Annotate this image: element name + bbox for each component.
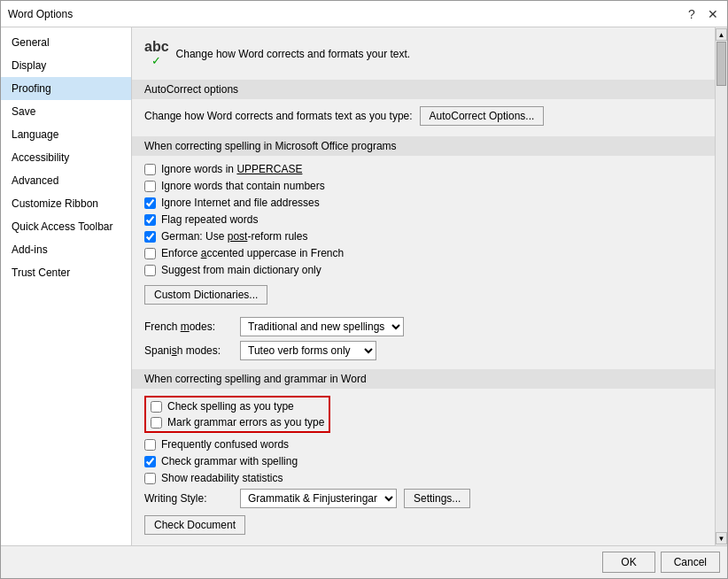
frequently-confused-label: Frequently confused words bbox=[161, 438, 289, 451]
autocorrect-label: Change how Word corrects and formats tex… bbox=[144, 110, 413, 122]
grammar-section: When correcting spelling and grammar in … bbox=[144, 369, 701, 535]
suggest-main-label: Suggest from main dictionary only bbox=[161, 264, 321, 276]
mark-grammar-label: Mark grammar errors as you type bbox=[167, 416, 324, 428]
spelling-section: When correcting spelling in Microsoft Of… bbox=[144, 136, 701, 360]
checkbox-german-post: German: Use post-reform rules bbox=[144, 230, 701, 243]
check-document-button[interactable]: Check Document bbox=[144, 515, 245, 535]
ignore-numbers-label: Ignore words that contain numbers bbox=[161, 180, 325, 192]
check-grammar-checkbox[interactable] bbox=[144, 456, 156, 467]
checkbox-check-spelling: Check spelling as you type bbox=[151, 400, 324, 413]
checkbox-flag-repeated: Flag repeated words bbox=[144, 213, 701, 226]
title-bar: Word Options ? ✕ bbox=[1, 1, 727, 27]
custom-dictionaries-button[interactable]: Custom Dictionaries... bbox=[144, 285, 267, 305]
settings-button[interactable]: Settings... bbox=[404, 489, 470, 508]
main-content: abc ✓ Change how Word corrects and forma… bbox=[132, 27, 715, 545]
checkbox-ignore-internet: Ignore Internet and file addresses bbox=[144, 197, 701, 209]
spelling-grammar-highlight-box: Check spelling as you type Mark grammar … bbox=[144, 396, 330, 433]
sidebar-item-save[interactable]: Save bbox=[1, 100, 131, 123]
proofing-icon: abc ✓ bbox=[144, 40, 169, 67]
mark-grammar-checkbox[interactable] bbox=[151, 417, 162, 428]
writing-style-label: Writing Style: bbox=[144, 492, 233, 505]
sidebar-item-add-ins[interactable]: Add-ins bbox=[1, 238, 131, 261]
show-readability-checkbox[interactable] bbox=[144, 473, 156, 484]
autocorrect-row: Change how Word corrects and formats tex… bbox=[144, 106, 701, 126]
checkbox-suggest-main: Suggest from main dictionary only bbox=[144, 264, 701, 276]
title-bar-controls: ? ✕ bbox=[685, 7, 720, 21]
footer: OK Cancel bbox=[1, 545, 727, 578]
abc-text: abc bbox=[144, 40, 169, 54]
frequently-confused-checkbox[interactable] bbox=[144, 439, 156, 451]
spanish-modes-select[interactable]: Tuteo verb forms only Voseo verb forms o… bbox=[240, 341, 376, 360]
window-title: Word Options bbox=[8, 8, 73, 20]
sidebar-item-language[interactable]: Language bbox=[1, 123, 131, 146]
scrollbar-track bbox=[716, 41, 727, 532]
checkbox-mark-grammar: Mark grammar errors as you type bbox=[151, 416, 324, 428]
checkbox-enforce-accented: Enforce accented uppercase in French bbox=[144, 247, 701, 259]
ignore-numbers-checkbox[interactable] bbox=[144, 181, 156, 192]
spanish-modes-row: Spanish modes: Tuteo verb forms only Vos… bbox=[144, 341, 701, 360]
header-description: Change how Word corrects and formats you… bbox=[176, 48, 411, 60]
sidebar-item-general[interactable]: General bbox=[1, 31, 131, 54]
checkbox-ignore-numbers: Ignore words that contain numbers bbox=[144, 180, 701, 192]
enforce-accented-checkbox[interactable] bbox=[144, 248, 156, 259]
suggest-main-checkbox[interactable] bbox=[144, 265, 156, 276]
header-row: abc ✓ Change how Word corrects and forma… bbox=[144, 40, 701, 67]
spanish-modes-label: Spanish modes: bbox=[144, 344, 233, 357]
french-modes-row: French modes: Traditional and new spelli… bbox=[144, 317, 701, 336]
close-button[interactable]: ✕ bbox=[706, 7, 720, 21]
word-options-dialog: Word Options ? ✕ General Display Proofin… bbox=[0, 0, 728, 579]
sidebar-item-quick-access-toolbar[interactable]: Quick Access Toolbar bbox=[1, 215, 131, 238]
check-document-row: Check Document bbox=[144, 515, 701, 535]
content-area: General Display Proofing Save Language A… bbox=[1, 27, 727, 545]
checkbox-show-readability: Show readability statistics bbox=[144, 472, 701, 484]
scrollbar-thumb[interactable] bbox=[716, 42, 726, 86]
scrollbar: ▲ ▼ bbox=[715, 27, 727, 545]
ignore-uppercase-checkbox[interactable] bbox=[144, 164, 156, 175]
writing-style-select[interactable]: Grammatik & Finjusteringar bbox=[240, 489, 397, 508]
enforce-accented-label: Enforce accented uppercase in French bbox=[161, 247, 344, 259]
ignore-internet-checkbox[interactable] bbox=[144, 197, 156, 209]
scrollbar-up-arrow[interactable]: ▲ bbox=[716, 28, 727, 41]
sidebar: General Display Proofing Save Language A… bbox=[1, 27, 132, 545]
writing-style-row: Writing Style: Grammatik & Finjusteringa… bbox=[144, 489, 701, 508]
checkbox-check-grammar: Check grammar with spelling bbox=[144, 455, 701, 467]
sidebar-item-trust-center[interactable]: Trust Center bbox=[1, 261, 131, 284]
checkbox-ignore-uppercase: Ignore words in UPPERCASE bbox=[144, 163, 701, 175]
autocorrect-options-button[interactable]: AutoCorrect Options... bbox=[420, 106, 545, 126]
sidebar-item-accessibility[interactable]: Accessibility bbox=[1, 146, 131, 169]
sidebar-item-display[interactable]: Display bbox=[1, 54, 131, 77]
autocorrect-section-header: AutoCorrect options bbox=[132, 80, 715, 99]
show-readability-label: Show readability statistics bbox=[161, 472, 283, 484]
scrollbar-down-arrow[interactable]: ▼ bbox=[716, 532, 727, 544]
ignore-internet-label: Ignore Internet and file addresses bbox=[161, 197, 320, 209]
flag-repeated-label: Flag repeated words bbox=[161, 213, 258, 226]
flag-repeated-checkbox[interactable] bbox=[144, 214, 156, 226]
french-modes-label: French modes: bbox=[144, 320, 233, 333]
check-spelling-label: Check spelling as you type bbox=[167, 400, 294, 413]
checkbox-frequently-confused: Frequently confused words bbox=[144, 438, 701, 451]
help-button[interactable]: ? bbox=[685, 7, 699, 21]
main-scroll: abc ✓ Change how Word corrects and forma… bbox=[132, 27, 715, 545]
sidebar-item-proofing[interactable]: Proofing bbox=[1, 77, 131, 100]
autocorrect-section: AutoCorrect options Change how Word corr… bbox=[144, 80, 701, 126]
german-post-checkbox[interactable] bbox=[144, 231, 156, 243]
custom-dict-row: Custom Dictionaries... bbox=[144, 282, 701, 312]
check-icon: ✓ bbox=[151, 54, 161, 67]
ok-button[interactable]: OK bbox=[602, 552, 654, 573]
grammar-section-header: When correcting spelling and grammar in … bbox=[132, 369, 715, 389]
spelling-section-header: When correcting spelling in Microsoft Of… bbox=[132, 136, 715, 156]
german-post-label: German: Use post-reform rules bbox=[161, 230, 307, 243]
check-grammar-label: Check grammar with spelling bbox=[161, 455, 298, 467]
sidebar-item-customize-ribbon[interactable]: Customize Ribbon bbox=[1, 192, 131, 215]
check-spelling-checkbox[interactable] bbox=[151, 401, 162, 413]
sidebar-item-advanced[interactable]: Advanced bbox=[1, 169, 131, 192]
ignore-uppercase-label: Ignore words in UPPERCASE bbox=[161, 163, 302, 175]
french-modes-select[interactable]: Traditional and new spellings Traditiona… bbox=[240, 317, 404, 336]
cancel-button[interactable]: Cancel bbox=[661, 552, 720, 573]
